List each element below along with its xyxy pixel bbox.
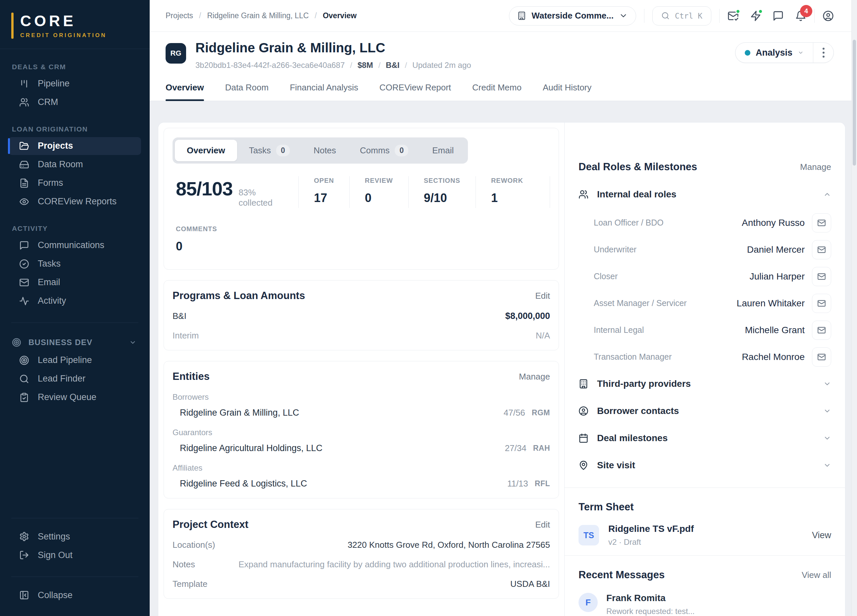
file-text-icon	[19, 178, 29, 188]
drive-icon	[19, 159, 29, 170]
recent-messages-title: Recent Messages	[579, 569, 665, 581]
chat-button[interactable]	[773, 10, 784, 22]
email-role-button[interactable]	[812, 320, 831, 340]
brand-name: CORE	[20, 12, 107, 29]
page-title: Ridgeline Grain & Milling, LLC	[195, 40, 471, 55]
subtab-notes[interactable]: Notes	[302, 140, 348, 161]
entity-row[interactable]: Ridgeline Agricultural Holdings, LLC 27/…	[173, 443, 550, 453]
tab-audit-history[interactable]: Audit History	[543, 82, 591, 101]
sidebar-item-collapse[interactable]: Collapse	[9, 586, 141, 604]
program-row: B&I $8,000,000	[173, 311, 550, 321]
sidebar-item-settings[interactable]: Settings	[9, 528, 141, 545]
sidebar-item-lead-pipeline[interactable]: Lead Pipeline	[9, 351, 141, 369]
notifications-button[interactable]: 4	[795, 10, 806, 22]
email-role-button[interactable]	[812, 267, 831, 286]
email-role-button[interactable]	[812, 213, 831, 232]
org-switcher[interactable]: Waterside Comme...	[509, 6, 636, 25]
internal-deal-roles-toggle[interactable]: Internal deal roles	[579, 181, 831, 208]
edit-programs-link[interactable]: Edit	[535, 291, 550, 301]
status-dropdown[interactable]: Analysis	[735, 48, 813, 58]
entity-name: Ridgeline Agricultural Holdings, LLC	[173, 443, 323, 453]
tab-data-room[interactable]: Data Room	[225, 82, 269, 101]
brand-tagline: CREDIT ORIGINATION	[20, 32, 107, 39]
role-row: Loan Officer / BDO Anthony Russo	[579, 209, 831, 236]
message-list-item[interactable]: F Frank Romita Rework requested: test...	[579, 593, 831, 616]
sidebar-divider	[11, 577, 138, 577]
view-term-sheet-link[interactable]: View	[812, 530, 831, 540]
nav-section-loan-origination: LOAN ORIGINATION	[12, 125, 141, 133]
email-role-button[interactable]	[812, 294, 831, 313]
sidebar-item-activity[interactable]: Activity	[9, 292, 141, 310]
calendar-icon	[579, 433, 588, 443]
automations-button[interactable]	[750, 10, 761, 22]
sidebar-item-label: COREView Reports	[38, 197, 116, 207]
project-updated: Updated 2m ago	[412, 60, 471, 70]
tab-coreview-report[interactable]: COREView Report	[379, 82, 451, 101]
deal-milestones-toggle[interactable]: Deal milestones	[579, 424, 831, 452]
sidebar-item-coreview-reports[interactable]: COREView Reports	[9, 193, 141, 210]
sidebar-item-review-queue[interactable]: Review Queue	[9, 388, 141, 406]
edit-context-link[interactable]: Edit	[535, 520, 550, 530]
sidebar-item-label: Email	[38, 277, 60, 288]
third-party-providers-toggle[interactable]: Third-party providers	[579, 370, 831, 398]
tab-credit-memo[interactable]: Credit Memo	[472, 82, 521, 101]
tab-financial-analysis[interactable]: Financial Analysis	[290, 82, 358, 101]
manage-roles-link[interactable]: Manage	[800, 162, 831, 172]
sidebar-item-pipeline[interactable]: Pipeline	[9, 75, 141, 93]
borrower-contacts-toggle[interactable]: Borrower contacts	[579, 398, 831, 424]
org-switcher-label: Waterside Comme...	[532, 11, 614, 21]
scrollbar-thumb[interactable]	[853, 40, 856, 166]
subtab-comms[interactable]: Comms 0	[348, 140, 420, 161]
view-all-messages-link[interactable]: View all	[802, 570, 831, 580]
subtab-tasks[interactable]: Tasks 0	[237, 140, 302, 161]
inbox-button[interactable]	[727, 10, 739, 22]
breadcrumb-project-name[interactable]: Ridgeline Grain & Milling, LLC	[207, 11, 309, 20]
stat-value: 0	[176, 240, 550, 253]
sidebar-item-sign-out[interactable]: Sign Out	[9, 546, 141, 564]
email-role-button[interactable]	[812, 240, 831, 259]
subtab-email[interactable]: Email	[420, 140, 466, 161]
mail-icon	[817, 353, 826, 361]
sidebar-item-tasks[interactable]: Tasks	[9, 255, 141, 273]
panel-title: Deal Roles & Milestones	[579, 161, 697, 173]
sidebar-item-label: Collapse	[38, 590, 73, 601]
sidebar-item-crm[interactable]: CRM	[9, 93, 141, 111]
entity-row[interactable]: Ridgeline Feed & Logistics, LLC 11/13 RF…	[173, 478, 550, 489]
sidebar-item-lead-finder[interactable]: Lead Finder	[9, 370, 141, 388]
search-input[interactable]: Ctrl K	[652, 6, 711, 25]
user-menu-button[interactable]	[823, 10, 834, 22]
sidebar-group-business-dev[interactable]: BUSINESS DEV	[9, 334, 141, 351]
overview-board: Overview Tasks 0 Notes Comms 0	[158, 122, 845, 616]
entity-doc-count: 47/56	[504, 408, 525, 418]
topbar-divider	[814, 9, 815, 23]
email-role-button[interactable]	[812, 347, 831, 367]
sidebar-nav: DEALS & CRM Pipeline CRM LOAN ORIGINATIO…	[0, 49, 150, 616]
stat-sections: SECTIONS 9/10	[408, 176, 475, 208]
overview-subtabs: Overview Tasks 0 Notes Comms 0	[173, 138, 468, 164]
collected-caption: 83% collected	[238, 187, 283, 208]
group-label: Third-party providers	[597, 379, 691, 389]
tab-overview[interactable]: Overview	[166, 82, 204, 101]
role-row: Asset Manager / Servicer Lauren Whitaker	[579, 290, 831, 317]
mail-icon	[19, 277, 29, 288]
program-label: Interim	[173, 331, 199, 341]
site-visit-toggle[interactable]: Site visit	[579, 452, 831, 479]
role-assignee: Michelle Grant	[745, 325, 805, 336]
manage-entities-link[interactable]: Manage	[519, 371, 550, 382]
entity-row[interactable]: Ridgeline Grain & Milling, LLC 47/56 RGM	[173, 408, 550, 418]
project-program: B&I	[386, 60, 399, 70]
project-actions-menu-button[interactable]	[813, 43, 834, 63]
sidebar-item-email[interactable]: Email	[9, 274, 141, 291]
building-icon	[579, 379, 588, 389]
page-scrollbar[interactable]	[851, 0, 857, 616]
program-label: B&I	[173, 311, 186, 321]
sidebar-item-communications[interactable]: Communications	[9, 237, 141, 254]
clipboard-check-icon	[19, 392, 29, 402]
overview-left-column: Overview Tasks 0 Notes Comms 0	[158, 122, 564, 616]
sidebar-item-forms[interactable]: Forms	[9, 174, 141, 192]
entity-code: RFL	[535, 479, 550, 488]
subtab-overview[interactable]: Overview	[175, 140, 237, 161]
sidebar-item-data-room[interactable]: Data Room	[9, 156, 141, 173]
breadcrumb-projects[interactable]: Projects	[166, 11, 193, 20]
sidebar-item-projects[interactable]: Projects	[9, 137, 141, 155]
